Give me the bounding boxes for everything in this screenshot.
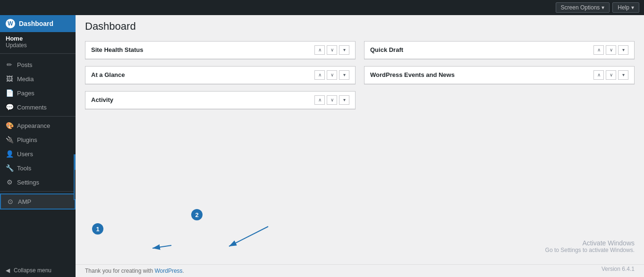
sidebar-divider-3 <box>0 191 76 192</box>
sidebar-nav: ✏ Posts 🖼 Media 📄 Pages 💬 Comments 🎨 App… <box>0 56 76 211</box>
widget-activity-toggle[interactable]: ▾ <box>339 95 349 105</box>
widget-wp-events-up[interactable]: ∧ <box>593 70 604 80</box>
widget-site-health-up[interactable]: ∧ <box>314 45 325 55</box>
widget-at-a-glance-down[interactable]: ∨ <box>327 70 337 80</box>
widget-at-a-glance-controls: ∧ ∨ ▾ <box>314 70 349 80</box>
footer-bar: Thank you for creating with WordPress. <box>76 264 644 277</box>
sidebar-item-home[interactable]: Home <box>6 35 70 42</box>
widget-site-health-header: Site Health Status ∧ ∨ ▾ <box>85 42 355 59</box>
sidebar-logo[interactable]: W Dashboard <box>0 15 76 32</box>
collapse-icon: ◀ <box>6 267 10 274</box>
right-widget-column: Quick Draft ∧ ∨ ▾ WordPress Events and N… <box>364 41 635 260</box>
widget-at-a-glance-header: At a Glance ∧ ∨ ▾ <box>85 67 355 84</box>
sidebar-item-amp[interactable]: ⊙ AMP <box>0 193 76 210</box>
widget-activity-controls: ∧ ∨ ▾ <box>314 95 349 105</box>
comments-icon: 💬 <box>6 103 13 111</box>
widget-wp-events: WordPress Events and News ∧ ∨ ▾ <box>364 66 635 84</box>
widget-wp-events-controls: ∧ ∨ ▾ <box>593 70 628 80</box>
flyout-item-settings[interactable]: Settings <box>75 155 76 170</box>
footer-wp-link[interactable]: WordPress <box>154 268 182 274</box>
version-text: Version 6.4.1 <box>602 266 635 272</box>
amp-flyout-menu: Settings Analytics Support <box>74 154 76 200</box>
widget-site-health-toggle[interactable]: ▾ <box>339 45 349 55</box>
sidebar-item-users[interactable]: 👤 Users <box>0 147 76 161</box>
sidebar-divider-1 <box>0 53 76 54</box>
annotation-2: 2 <box>191 209 203 220</box>
sidebar: W Dashboard Home Updates ✏ Posts 🖼 Media… <box>0 15 76 277</box>
left-widget-column: Site Health Status ∧ ∨ ▾ At a Glance ∧ <box>85 41 356 260</box>
sidebar-item-plugins[interactable]: 🔌 Plugins <box>0 133 76 147</box>
sidebar-home-section: Home Updates <box>0 32 76 51</box>
amp-icon: ⊙ <box>7 198 14 205</box>
sidebar-item-tools[interactable]: 🔧 Tools <box>0 161 76 175</box>
widget-activity: Activity ∧ ∨ ▾ <box>85 91 356 109</box>
widget-activity-header: Activity ∧ ∨ ▾ <box>85 92 355 109</box>
screen-options-button[interactable]: Screen Options ▾ <box>556 2 610 13</box>
widget-site-health: Site Health Status ∧ ∨ ▾ <box>85 41 356 59</box>
flyout-item-support[interactable]: Support <box>75 185 76 199</box>
users-icon: 👤 <box>6 150 13 158</box>
posts-icon: ✏ <box>6 61 13 68</box>
page-header: Dashboard <box>76 15 644 36</box>
widget-quick-draft-up[interactable]: ∧ <box>593 45 604 55</box>
sidebar-item-media[interactable]: 🖼 Media <box>0 72 76 86</box>
widget-at-a-glance: At a Glance ∧ ∨ ▾ <box>85 66 356 84</box>
widget-site-health-down[interactable]: ∨ <box>327 45 337 55</box>
collapse-menu-button[interactable]: ◀ Collapse menu <box>0 264 76 277</box>
widget-wp-events-header: WordPress Events and News ∧ ∨ ▾ <box>364 67 634 84</box>
widget-wp-events-down[interactable]: ∨ <box>606 70 616 80</box>
help-button[interactable]: Help ▾ <box>612 2 639 13</box>
top-bar: Screen Options ▾ Help ▾ <box>0 0 644 15</box>
sidebar-item-appearance[interactable]: 🎨 Appearance <box>0 118 76 133</box>
widget-wp-events-toggle[interactable]: ▾ <box>618 70 628 80</box>
layout: W Dashboard Home Updates ✏ Posts 🖼 Media… <box>0 15 644 277</box>
page-title: Dashboard <box>85 20 635 34</box>
wp-logo-icon: W <box>6 19 15 28</box>
widget-quick-draft-toggle[interactable]: ▾ <box>618 45 628 55</box>
widget-at-a-glance-up[interactable]: ∧ <box>314 70 325 80</box>
settings-icon: ⚙ <box>6 178 13 186</box>
widget-quick-draft: Quick Draft ∧ ∨ ▾ <box>364 41 635 59</box>
widget-activity-down[interactable]: ∨ <box>327 95 337 105</box>
plugins-icon: 🔌 <box>6 136 13 143</box>
widget-quick-draft-down[interactable]: ∨ <box>606 45 616 55</box>
widget-at-a-glance-toggle[interactable]: ▾ <box>339 70 349 80</box>
annotation-1: 1 <box>92 223 103 235</box>
pages-icon: 📄 <box>6 89 13 97</box>
widget-quick-draft-controls: ∧ ∨ ▾ <box>593 45 628 55</box>
sidebar-item-pages[interactable]: 📄 Pages <box>0 86 76 100</box>
content-area: Site Health Status ∧ ∨ ▾ At a Glance ∧ <box>76 36 644 264</box>
sidebar-item-updates[interactable]: Updates <box>6 42 70 49</box>
widget-site-health-controls: ∧ ∨ ▾ <box>314 45 349 55</box>
tools-icon: 🔧 <box>6 164 13 172</box>
main-content: Dashboard Site Health Status ∧ ∨ ▾ <box>76 15 644 277</box>
sidebar-item-posts[interactable]: ✏ Posts <box>0 58 76 72</box>
appearance-icon: 🎨 <box>6 122 13 129</box>
widget-activity-up[interactable]: ∧ <box>314 95 325 105</box>
widget-quick-draft-header: Quick Draft ∧ ∨ ▾ <box>364 42 634 59</box>
flyout-item-analytics[interactable]: Analytics <box>75 170 76 185</box>
sidebar-divider-2 <box>0 116 76 117</box>
media-icon: 🖼 <box>6 75 13 83</box>
footer-thanks: Thank you for creating with WordPress. <box>85 268 184 274</box>
sidebar-item-settings[interactable]: ⚙ Settings <box>0 175 76 189</box>
sidebar-item-comments[interactable]: 💬 Comments <box>0 100 76 114</box>
